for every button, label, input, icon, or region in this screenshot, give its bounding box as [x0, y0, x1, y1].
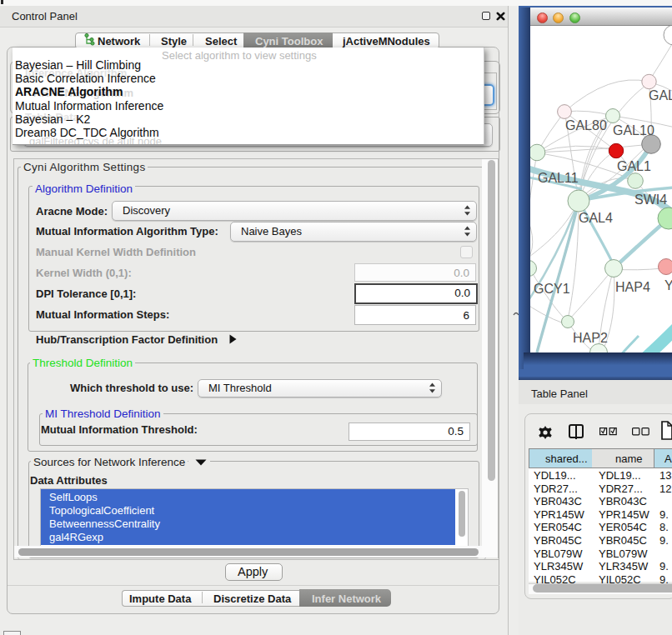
svg-text:HAP4: HAP4	[615, 280, 650, 294]
svg-text:GAL1: GAL1	[617, 159, 651, 173]
svg-text:GAL4: GAL4	[579, 211, 613, 225]
svg-text:GAL80: GAL80	[565, 118, 607, 132]
svg-text:Y: Y	[664, 278, 672, 292]
svg-text:GAL10: GAL10	[613, 123, 654, 138]
svg-text:SWI4: SWI4	[634, 192, 667, 207]
svg-text:GAL11: GAL11	[538, 171, 579, 185]
svg-text:GCY1: GCY1	[534, 282, 570, 296]
svg-text:HAP2: HAP2	[573, 331, 608, 345]
svg-text:GAL: GAL	[649, 88, 672, 102]
